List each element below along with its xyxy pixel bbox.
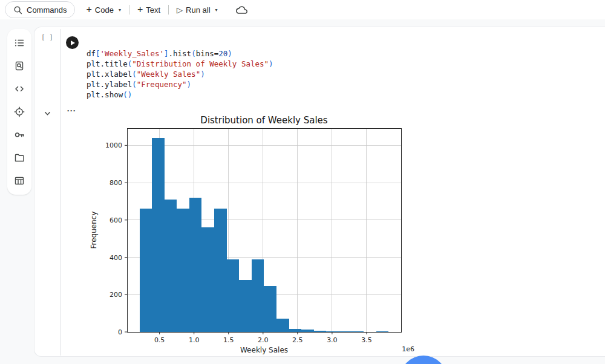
run-cell-button[interactable] [66,36,79,49]
scope-icon [14,106,25,117]
toolbar-divider [129,5,129,15]
run-all-button[interactable]: ▷ Run all ▾ [171,2,223,18]
add-code-label: Code [95,5,114,15]
find-replace-icon [14,60,25,71]
svg-text:1.0: 1.0 [189,336,200,344]
table-of-contents-icon [14,37,25,48]
add-text-button[interactable]: + Text [131,2,166,18]
svg-text:Weekly Sales: Weekly Sales [240,346,288,354]
chevron-down-icon: ▾ [119,7,121,13]
commands-label: Commands [27,5,67,15]
data-table-icon [14,175,25,186]
plus-icon: + [86,5,91,15]
sidebar-item-table-of-contents[interactable] [7,31,31,54]
svg-text:600: 600 [110,216,122,224]
files-folder-icon [14,152,25,163]
sidebar-item-data-table[interactable] [7,169,31,192]
svg-text:800: 800 [110,179,122,187]
chevron-down-icon: ▾ [215,7,218,13]
cloud-icon [236,4,247,16]
sidebar-item-scope[interactable] [7,100,31,123]
code-snippets-icon [14,83,25,94]
svg-text:2.5: 2.5 [292,336,303,344]
sidebar-item-find-replace[interactable] [7,54,31,77]
code-line: df['Weekly_Sales'].hist(bins=20) [87,48,273,59]
scroll-fab-button[interactable] [400,356,447,364]
play-icon [71,41,75,45]
add-text-label: Text [146,5,160,15]
code-line: plt.show() [87,89,273,100]
code-line: plt.title("Distribution of Weekly Sales"… [87,59,273,69]
execution-count[interactable]: [ ] [41,33,53,41]
cell-left-border [60,29,61,356]
svg-text:1000: 1000 [105,141,122,149]
search-icon [13,5,22,15]
svg-text:0: 0 [118,328,122,336]
secrets-key-icon [14,129,25,140]
sidebar-item-files[interactable] [7,146,31,169]
svg-text:3.0: 3.0 [327,336,338,344]
svg-text:3.5: 3.5 [361,336,372,344]
svg-text:1e6: 1e6 [402,345,414,353]
svg-text:400: 400 [110,254,122,262]
left-sidebar [7,29,31,195]
commands-button[interactable]: Commands [5,1,75,18]
histogram-svg: 0.51.01.52.02.53.03.502004006008001000Di… [88,115,414,357]
cloud-save-button[interactable] [236,4,247,16]
svg-text:Distribution of Weekly Sales: Distribution of Weekly Sales [200,115,328,126]
code-line: plt.ylabel("Frequency") [87,79,273,89]
output-more-options-button[interactable]: ⋯ [67,105,76,116]
plus-icon: + [137,5,143,15]
code-editor[interactable]: df['Weekly_Sales'].hist(bins=20)plt.titl… [87,48,273,100]
top-toolbar: Commands + Code ▾ + Text ▷ Run all ▾ [0,0,605,19]
collapse-output-button[interactable] [44,110,51,117]
histogram-figure: 0.51.01.52.02.53.03.502004006008001000Di… [88,115,414,357]
svg-text:200: 200 [110,291,122,299]
code-line: plt.xlabel("Weekly Sales") [87,69,273,79]
svg-text:1.5: 1.5 [223,336,234,344]
play-outline-icon: ▷ [177,5,183,15]
toolbar-divider [168,5,169,15]
svg-text:Frequency: Frequency [90,212,98,249]
svg-text:2.0: 2.0 [258,336,269,344]
sidebar-item-secrets[interactable] [7,123,31,146]
sidebar-item-code-snippets[interactable] [7,77,31,100]
add-code-button[interactable]: + Code ▾ [80,2,126,18]
svg-text:0.5: 0.5 [154,336,165,344]
run-all-label: Run all [186,5,210,15]
